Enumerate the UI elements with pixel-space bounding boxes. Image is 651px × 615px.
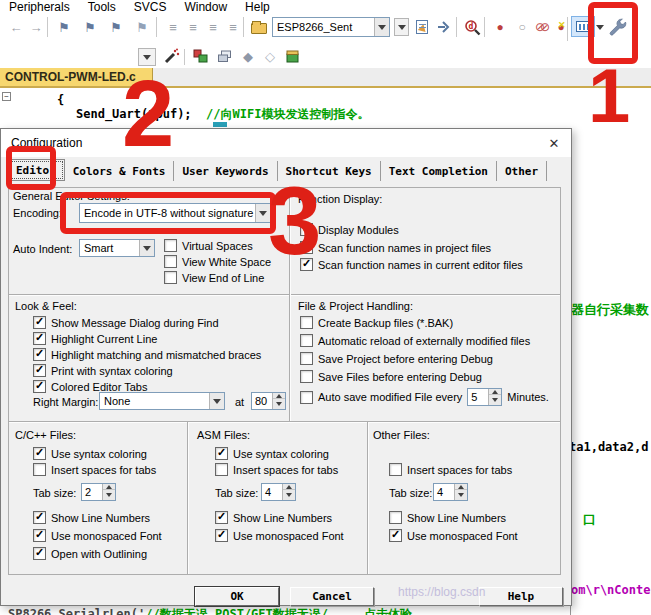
cancel-button[interactable]: Cancel [290,587,374,606]
checkbox[interactable] [389,511,402,524]
checkbox[interactable] [300,352,313,365]
menu-help[interactable]: Help [236,0,279,16]
spinner-down-icon[interactable] [273,399,285,409]
find-in-files-icon[interactable]: d [462,17,482,37]
checkbox[interactable] [300,370,313,383]
checkbox[interactable] [215,511,228,524]
spinner-down-icon[interactable] [103,490,115,500]
other-tab-size-value: 4 [434,484,454,500]
toolbar-separator [47,17,48,37]
disable-all-breakpoints-icon[interactable]: ⊘⊘ [530,17,550,37]
code-fold-icon[interactable]: − [2,92,11,101]
asm-tab-size-spinner[interactable]: 4 [261,483,296,501]
kill-all-breakpoints-icon[interactable]: ●✕ [551,17,571,37]
close-icon[interactable]: ✕ [545,134,563,152]
pack-installer-icon[interactable] [282,47,302,65]
menu-tools[interactable]: Tools [79,0,125,16]
checkbox[interactable] [215,463,228,476]
right-margin-dropdown-arrow[interactable] [209,393,224,409]
toolbar-dropdown-icon[interactable] [394,18,409,36]
checkbox[interactable] [164,271,177,284]
c-option-line-numbers: Show Line Numbers [33,511,150,524]
comment-selection-icon[interactable]: ≡ [203,17,223,37]
spinner-down-icon[interactable] [455,490,467,500]
options-for-target-icon[interactable] [412,17,432,37]
checkbox[interactable] [300,334,313,347]
checkbox[interactable] [389,529,402,542]
bg-string-fragment: om\r\nConte [571,583,650,597]
checkbox[interactable] [215,529,228,542]
checkbox[interactable] [33,529,46,542]
bookmark-clear-icon[interactable]: ⚑ [132,17,152,37]
checkbox[interactable] [164,239,177,252]
checkbox[interactable] [33,447,46,460]
layers-icon[interactable] [214,47,234,65]
arrow-hand-icon [436,19,452,35]
menu-peripherals[interactable]: Peripherals [0,0,79,16]
at-label: at [235,396,244,408]
checkbox[interactable] [389,463,402,476]
ok-button[interactable]: OK [195,587,279,606]
checkbox[interactable] [33,316,46,329]
checkbox[interactable] [164,255,177,268]
checkbox[interactable] [33,463,46,476]
help-button[interactable]: Help [479,587,563,606]
load-application-icon[interactable] [190,47,210,65]
checkbox[interactable] [33,380,46,393]
right-margin-select[interactable]: None [99,392,225,410]
code-comment: //向WIFI模块发送控制指令。 [192,107,370,121]
autosave-minutes-value: 5 [468,389,488,405]
checkbox[interactable] [33,547,46,560]
dialog-title-bar[interactable]: Configuration [1,129,571,157]
indent-left-icon[interactable]: ≡ [163,17,183,37]
spinner-down-icon[interactable] [283,490,295,500]
c-option-outlining: Open with Outlining [33,547,147,560]
checkbox[interactable] [300,316,313,329]
checkbox[interactable] [33,332,46,345]
auto-indent-dropdown-arrow[interactable] [139,240,154,256]
tab-user-keywords[interactable]: User Keywords [174,161,277,181]
option-highlight-current-line: Highlight Current Line [33,332,157,345]
checkbox[interactable] [300,391,313,404]
checkbox[interactable] [33,348,46,361]
insert-breakpoint-icon[interactable]: ● [490,17,510,37]
autosave-minutes-spinner[interactable]: 5 [467,388,502,406]
c-tab-size-spinner[interactable]: 2 [81,483,116,501]
auto-indent-select[interactable]: Smart [79,239,155,257]
file-project-heading: File & Project Handling: [298,300,413,312]
code-line: Send_Uart(*puf); //向WIFI模块发送控制指令。 [76,106,369,123]
tab-other[interactable]: Other [497,161,547,181]
back-arrow-icon[interactable]: ← [6,17,26,37]
uncomment-selection-icon[interactable]: ≡ [223,17,243,37]
bookmark-prev-icon[interactable]: ⚑ [80,17,100,37]
menu-svcs[interactable]: SVCS [125,0,176,16]
bg-chinese-comment: 器自行采集数 [571,301,649,319]
open-project-folder-icon[interactable] [249,17,269,37]
right-margin-label: Right Margin: [33,396,98,408]
bookmark-toggle-icon[interactable]: ⚑ [54,17,74,37]
toolbar-separator [156,17,157,37]
column-separator [187,422,188,574]
annotation-number-2: 2 [122,72,174,157]
c-tab-size-value: 2 [82,484,102,500]
tab-text-completion[interactable]: Text Completion [381,161,497,181]
option-show-message-dialog: Show Message Dialog during Find [33,316,219,329]
build-target-select[interactable]: ESP8266_Sent [272,17,390,37]
spinner-down-icon[interactable] [489,395,501,405]
enable-breakpoint-icon[interactable]: ○ [512,17,532,37]
run-to-cursor-icon[interactable] [434,17,454,37]
bookmark-next-icon[interactable]: ⚑ [106,17,126,37]
diamond-outline-icon[interactable]: ◇ [260,47,280,65]
auto-indent-value: Smart [80,242,139,254]
checkbox[interactable] [33,364,46,377]
right-margin-column-spinner[interactable]: 80 [251,392,286,410]
build-target-dropdown-arrow[interactable] [374,18,389,36]
checkbox[interactable] [215,447,228,460]
other-tab-size-spinner[interactable]: 4 [433,483,468,501]
menu-window[interactable]: Window [175,0,236,16]
checkbox[interactable] [33,511,46,524]
annotation-number-3: 3 [268,178,321,264]
diamond-icon[interactable]: ◆ [238,47,258,65]
forward-arrow-icon[interactable]: → [26,17,46,37]
indent-right-icon[interactable]: ≡ [183,17,203,37]
